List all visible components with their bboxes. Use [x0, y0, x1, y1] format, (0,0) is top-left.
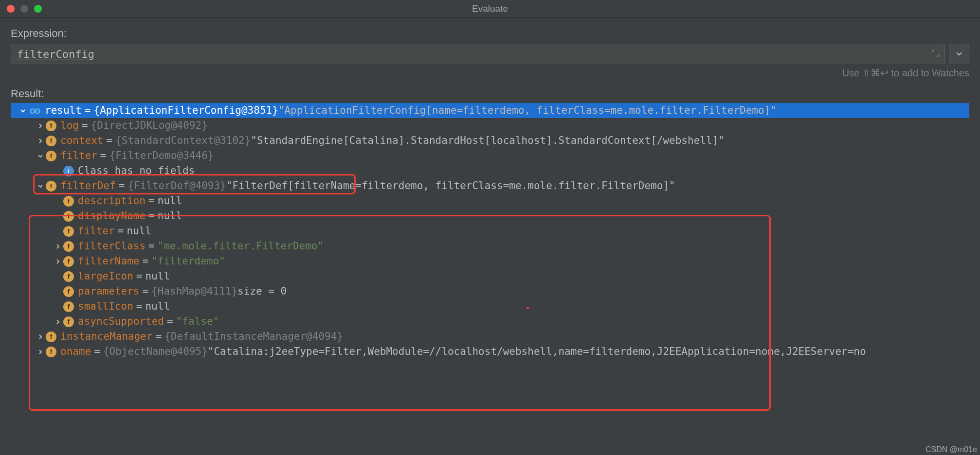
chevron-right-icon[interactable]	[53, 319, 63, 325]
object-value: {DirectJDKLog@4092}	[91, 118, 208, 133]
titlebar: Evaluate	[0, 0, 980, 18]
tree-row[interactable]: flargeIcon = null	[11, 269, 969, 284]
equals-sign: =	[85, 103, 91, 118]
field-icon: f	[63, 241, 74, 252]
object-value: {DefaultInstanceManager@4094}	[164, 329, 343, 344]
field-name: result	[45, 103, 82, 118]
field-name: context	[60, 133, 104, 148]
equals-sign: =	[148, 193, 155, 209]
window-title: Evaluate	[0, 3, 980, 14]
object-value: {FilterDef@4093}	[127, 178, 226, 193]
string-value: "Catalina:j2eeType=Filter,WebModule=//lo…	[208, 344, 866, 359]
field-name: description	[78, 193, 145, 209]
field-name: filter	[78, 224, 115, 239]
expand-icon[interactable]	[932, 49, 940, 60]
field-icon: f	[46, 181, 56, 192]
tree-row[interactable]: fdescription = null	[11, 193, 969, 209]
chevron-right-icon[interactable]	[35, 349, 46, 355]
annotation-dot	[526, 307, 529, 309]
extra-value: size = 0	[237, 284, 287, 299]
tree-row[interactable]: fdisplayName = null	[11, 209, 969, 224]
field-icon: f	[63, 211, 74, 222]
field-name: displayName	[78, 209, 145, 224]
result-tree[interactable]: ooresult = {ApplicationFilterConfig@3851…	[11, 103, 969, 359]
equals-sign: =	[119, 178, 125, 193]
field-icon: f	[63, 286, 74, 297]
tree-row[interactable]: ffilter = null	[11, 224, 969, 239]
equals-sign: =	[118, 224, 124, 239]
result-label: Result:	[11, 88, 969, 100]
field-icon: f	[46, 347, 56, 357]
tree-row[interactable]: flog = {DirectJDKLog@4092}	[11, 118, 969, 133]
extra-value: null	[145, 299, 170, 314]
tree-row[interactable]: fsmallIcon = null	[11, 299, 969, 314]
watermark: CSDN @m01e	[926, 445, 977, 454]
tree-row[interactable]: ffilterClass = "me.mole.filter.FilterDem…	[11, 239, 969, 254]
info-icon: i	[63, 166, 74, 176]
tree-row[interactable]: ffilterName = "filterdemo"	[11, 254, 969, 269]
field-name: oname	[60, 344, 91, 359]
extra-value: null	[127, 224, 152, 239]
equals-sign: =	[82, 118, 88, 133]
string-value: "StandardEngine[Catalina].StandardHost[l…	[251, 133, 725, 148]
extra-value: null	[158, 193, 182, 209]
equals-sign: =	[148, 239, 155, 254]
hint-text: Use ⇧⌘↩ to add to Watches	[11, 67, 969, 79]
tree-row[interactable]: fparameters = {HashMap@4111} size = 0	[11, 284, 969, 299]
info-text: Class has no fields	[78, 163, 195, 178]
chevron-down-icon[interactable]	[18, 108, 28, 114]
field-name: log	[60, 118, 79, 133]
string-value: "me.mole.filter.FilterDemo"	[158, 239, 324, 254]
chevron-down-icon[interactable]	[35, 153, 46, 159]
field-icon: f	[63, 226, 74, 237]
field-icon: f	[46, 332, 56, 342]
chevron-right-icon[interactable]	[35, 334, 46, 340]
field-icon: f	[63, 316, 74, 327]
chevron-right-icon[interactable]	[53, 259, 63, 264]
tree-info-row[interactable]: iClass has no fields	[11, 163, 969, 178]
chevron-right-icon[interactable]	[53, 244, 63, 249]
chevron-right-icon[interactable]	[35, 123, 46, 129]
tree-row[interactable]: fcontext = {StandardContext@3102} "Stand…	[11, 133, 969, 148]
history-dropdown-button[interactable]	[949, 44, 969, 64]
object-value: {ObjectName@4095}	[103, 344, 208, 359]
field-name: filterName	[78, 254, 139, 269]
field-name: filter	[60, 148, 97, 163]
equals-sign: =	[94, 344, 100, 359]
equals-sign: =	[107, 133, 113, 148]
chevron-right-icon[interactable]	[35, 138, 46, 144]
field-name: smallIcon	[78, 299, 133, 314]
equals-sign: =	[136, 299, 143, 314]
object-value: {StandardContext@3102}	[115, 133, 251, 148]
string-value: "filterdemo"	[151, 254, 225, 269]
field-icon: f	[46, 121, 56, 131]
tree-row[interactable]: ffilter = {FilterDemo@3446}	[11, 148, 969, 163]
field-icon: f	[46, 151, 56, 161]
tree-row[interactable]: ffilterDef = {FilterDef@4093} "FilterDef…	[11, 178, 969, 193]
object-value: {FilterDemo@3446}	[109, 148, 214, 163]
equals-sign: =	[136, 269, 143, 284]
field-name: largeIcon	[78, 269, 133, 284]
tree-row[interactable]: fasyncSupported = "false"	[11, 314, 969, 329]
extra-value: null	[145, 269, 170, 284]
field-name: filterClass	[78, 239, 145, 254]
chevron-down-icon[interactable]	[35, 183, 46, 189]
equals-sign: =	[148, 209, 155, 224]
tree-row[interactable]: ooresult = {ApplicationFilterConfig@3851…	[11, 103, 969, 118]
extra-value: null	[158, 209, 182, 224]
field-icon: f	[63, 196, 74, 207]
glasses-icon: oo	[28, 105, 41, 116]
tree-row[interactable]: foname = {ObjectName@4095} "Catalina:j2e…	[11, 344, 969, 359]
field-icon: f	[63, 271, 74, 282]
equals-sign: =	[142, 254, 148, 269]
field-name: filterDef	[60, 178, 116, 193]
expression-label: Expression:	[11, 27, 969, 40]
equals-sign: =	[142, 284, 148, 299]
equals-sign: =	[100, 148, 107, 163]
string-value: "ApplicationFilterConfig[name=filterdemo…	[278, 103, 777, 118]
equals-sign: =	[156, 329, 162, 344]
expression-input[interactable]: filterConfig	[11, 44, 945, 64]
field-icon: f	[63, 301, 74, 312]
equals-sign: =	[167, 314, 173, 329]
tree-row[interactable]: finstanceManager = {DefaultInstanceManag…	[11, 329, 969, 344]
